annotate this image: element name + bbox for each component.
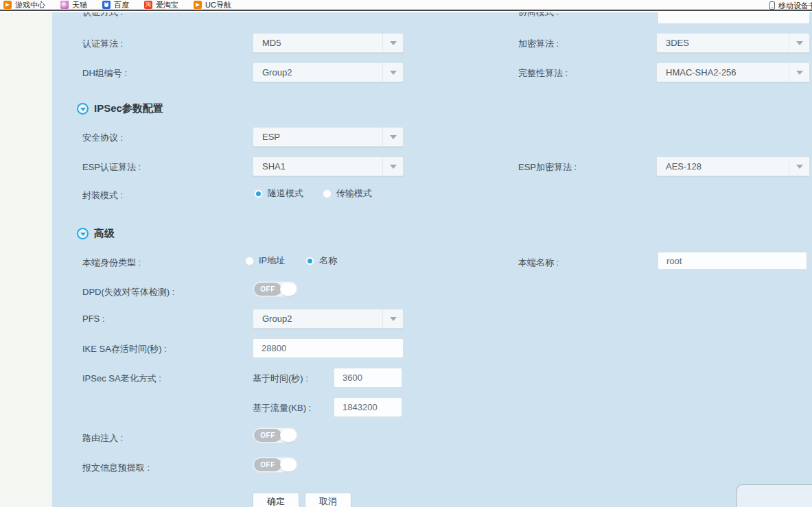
selected-value: Group2 xyxy=(253,314,382,324)
esp-enc-algo-select[interactable]: AES-128 xyxy=(656,156,810,176)
by-traffic-label: 基于流量(KB) : xyxy=(253,402,311,414)
page-left-margin xyxy=(0,12,51,507)
dpd-toggle[interactable]: OFF xyxy=(253,281,298,297)
dh-group-select[interactable]: Group2 xyxy=(253,62,404,82)
route-inject-toggle[interactable]: OFF xyxy=(253,427,298,443)
toggle-knob xyxy=(280,458,297,471)
collapse-section-icon[interactable] xyxy=(77,103,89,115)
ok-button[interactable]: 确定 xyxy=(253,493,299,507)
bookmark-label: 百度 xyxy=(114,0,129,10)
auth-algo-label: 认证算法 : xyxy=(82,38,123,50)
radio-label[interactable]: 传输模式 xyxy=(336,187,372,200)
pfs-select[interactable]: Group2 xyxy=(253,309,404,329)
local-name-label: 本端名称 : xyxy=(518,257,559,269)
bookmark-label: UC导航 xyxy=(205,0,231,10)
clipped-label-left: 认证方式 : xyxy=(82,12,192,16)
toggle-state: OFF xyxy=(254,458,281,471)
ike-sa-life-input[interactable] xyxy=(253,338,404,358)
auth-algo-select[interactable]: MD5 xyxy=(253,33,404,53)
baidu-paw-icon xyxy=(102,1,111,9)
bookmark-label: 游戏中心 xyxy=(15,0,45,10)
encap-mode-label: 封装模式 : xyxy=(82,189,123,202)
radio-label[interactable]: 名称 xyxy=(319,255,337,267)
toggle-knob xyxy=(280,283,297,296)
uc-nav-icon xyxy=(194,1,202,9)
corner-popup-panel xyxy=(736,484,812,507)
chevron-down-icon[interactable] xyxy=(789,63,809,82)
selected-value: MD5 xyxy=(253,38,382,48)
ipsec-config-panel: 认证方式 : 协商模式 : 认证算法 : MD5 加密算法 : 3DES DH组… xyxy=(52,12,812,507)
chevron-down-icon[interactable] xyxy=(382,128,403,146)
radio-ip-address[interactable] xyxy=(245,257,254,266)
collapse-section-icon[interactable] xyxy=(77,228,89,239)
bookmarks-bar: 游戏中心 天猫 百度 淘 爱淘宝 UC导航 移动设备书签 xyxy=(0,0,812,11)
encrypt-algo-select[interactable]: 3DES xyxy=(656,33,810,53)
chevron-down-icon[interactable] xyxy=(789,157,809,176)
chevron-down-icon[interactable] xyxy=(382,34,403,52)
ike-sa-life-label: IKE SA存活时间(秒) : xyxy=(82,343,167,355)
game-center-icon xyxy=(3,1,12,9)
chevron-down-icon[interactable] xyxy=(382,157,403,176)
encap-mode-radios: 隧道模式 传输模式 xyxy=(254,187,372,200)
dh-group-label: DH组编号 : xyxy=(82,67,127,80)
by-time-label: 基于时间(秒) : xyxy=(253,373,308,385)
tmall-cat-icon xyxy=(60,1,69,9)
esp-enc-algo-label: ESP加密算法 : xyxy=(518,161,577,174)
bookmark-aitaobao[interactable]: 淘 爱淘宝 xyxy=(144,0,178,10)
chevron-down-icon[interactable] xyxy=(789,34,809,52)
bookmark-baidu[interactable]: 百度 xyxy=(102,0,129,10)
toggle-state: OFF xyxy=(254,283,281,296)
bookmark-tmall[interactable]: 天猫 xyxy=(60,0,87,10)
radio-name[interactable] xyxy=(305,257,314,266)
bookmark-label: 爱淘宝 xyxy=(156,0,178,10)
bookmark-game-center[interactable]: 游戏中心 xyxy=(3,0,45,10)
encrypt-algo-label: 加密算法 : xyxy=(518,38,559,50)
route-inject-label: 路由注入 : xyxy=(82,432,123,445)
selected-value: SHA1 xyxy=(253,161,382,172)
radio-transport-mode[interactable] xyxy=(323,189,332,198)
selected-value: ESP xyxy=(253,132,382,142)
mobile-device-icon xyxy=(769,1,775,10)
toggle-knob xyxy=(280,429,297,442)
clipped-label-right: 协商模式 : xyxy=(518,12,628,16)
section-title: IPSec参数配置 xyxy=(94,102,163,115)
security-proto-select[interactable]: ESP xyxy=(253,127,404,147)
ipsec-sa-age-label: IPSec SA老化方式 : xyxy=(82,373,161,385)
local-id-type-label: 本端身份类型 : xyxy=(82,257,141,269)
chevron-down-icon[interactable] xyxy=(382,63,403,82)
packet-pre-toggle[interactable]: OFF xyxy=(253,457,298,473)
integrity-algo-label: 完整性算法 : xyxy=(518,67,568,80)
local-name-input[interactable] xyxy=(658,252,807,270)
local-id-type-radios: IP地址 名称 xyxy=(245,255,337,267)
selected-value: AES-128 xyxy=(657,161,789,172)
selected-value: Group2 xyxy=(253,67,382,78)
packet-pre-label: 报文信息预提取 : xyxy=(82,462,150,474)
bookmark-mobile-devices[interactable]: 移动设备书签 xyxy=(769,0,812,11)
radio-label[interactable]: IP地址 xyxy=(259,255,285,267)
pfs-label: PFS : xyxy=(82,314,105,324)
clipped-input[interactable] xyxy=(658,12,810,24)
integrity-algo-select[interactable]: HMAC-SHA2-256 xyxy=(656,62,810,82)
selected-value: 3DES xyxy=(657,38,789,48)
dpd-label: DPD(失效对等体检测) : xyxy=(82,286,174,298)
bookmark-label: 天猫 xyxy=(72,0,87,10)
cancel-button[interactable]: 取消 xyxy=(305,493,351,507)
advanced-section-header: 高级 xyxy=(77,227,115,240)
ipsec-section-header: IPSec参数配置 xyxy=(77,102,163,115)
section-title: 高级 xyxy=(94,227,115,240)
bookmark-uc-nav[interactable]: UC导航 xyxy=(194,0,231,10)
esp-auth-algo-select[interactable]: SHA1 xyxy=(253,156,404,176)
chevron-down-icon[interactable] xyxy=(382,309,403,328)
toggle-state: OFF xyxy=(254,429,281,442)
bookmark-label: 移动设备书签 xyxy=(778,1,812,11)
radio-tunnel-mode[interactable] xyxy=(254,189,263,198)
taobao-icon: 淘 xyxy=(144,1,152,9)
radio-label[interactable]: 隧道模式 xyxy=(268,187,303,200)
by-time-input[interactable] xyxy=(334,368,402,388)
security-proto-label: 安全协议 : xyxy=(82,132,123,144)
selected-value: HMAC-SHA2-256 xyxy=(657,67,789,78)
esp-auth-algo-label: ESP认证算法 : xyxy=(82,161,141,174)
by-traffic-input[interactable] xyxy=(334,397,402,417)
